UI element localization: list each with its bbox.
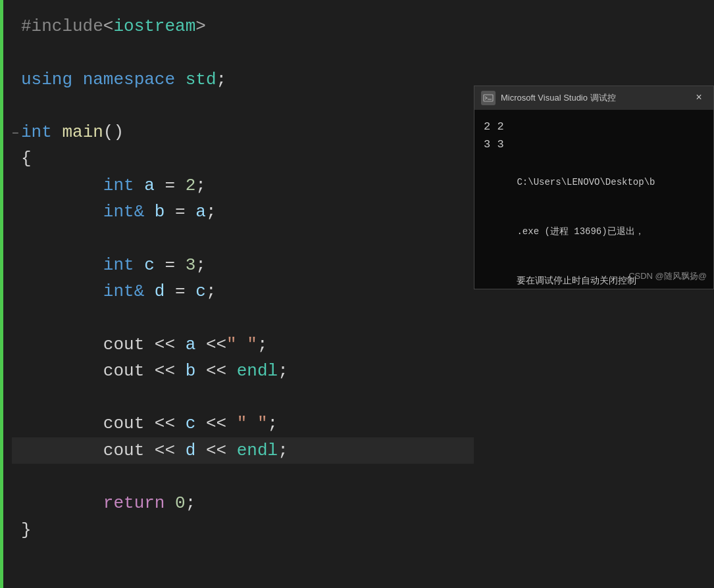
green-accent-bar	[0, 0, 3, 588]
line-blank4	[12, 305, 474, 331]
line-cout-a: cout << a <<" ";	[12, 331, 474, 358]
line-cout-b: cout << b << endl;	[12, 358, 474, 384]
code-editor: #include<iostream> using namespace std; …	[0, 0, 480, 588]
line-int-a: int a = 2;	[12, 172, 474, 199]
line-open-brace: {	[12, 145, 474, 172]
line-include: #include<iostream>	[12, 13, 474, 39]
code-content: #include<iostream> using namespace std; …	[0, 13, 480, 543]
terminal-process-line: .exe (进程 13696)已退出，	[484, 210, 704, 254]
line-blank2	[12, 93, 474, 119]
line-blank6	[12, 464, 474, 490]
terminal-output-line2: 3 3	[484, 135, 704, 153]
preprocessor-hash: #include	[21, 13, 103, 39]
terminal-path-line: C:\Users\LENOVO\Desktop\b	[484, 160, 704, 204]
terminal-body: 2 2 3 3 C:\Users\LENOVO\Desktop\b .exe (…	[474, 110, 713, 289]
line-int-d: int& d = c;	[12, 278, 474, 305]
terminal-popup: Microsoft Visual Studio 调试控 × 2 2 3 3 C:…	[474, 86, 714, 289]
line-using: using namespace std;	[12, 66, 474, 93]
terminal-app-icon	[481, 91, 496, 105]
line-blank1	[12, 39, 474, 66]
line-cout-c: cout << c << " ";	[12, 410, 474, 437]
terminal-output-line1: 2 2	[484, 118, 704, 135]
line-close-brace: }	[12, 517, 474, 543]
line-int-c: int c = 3;	[12, 252, 474, 278]
terminal-close-button[interactable]: ×	[691, 90, 707, 106]
line-return: return 0;	[12, 490, 474, 516]
svg-rect-0	[484, 95, 493, 101]
line-cout-d: cout << d << endl;	[12, 437, 474, 464]
line-blank3	[12, 225, 474, 251]
terminal-titlebar: Microsoft Visual Studio 调试控 ×	[474, 86, 713, 110]
line-int-b: int& b = a;	[12, 199, 474, 225]
terminal-title: Microsoft Visual Studio 调试控	[501, 92, 686, 104]
line-main: − int main()	[12, 119, 474, 145]
line-blank5	[12, 384, 474, 410]
csdn-watermark: CSDN @随风飘扬@	[628, 270, 707, 282]
